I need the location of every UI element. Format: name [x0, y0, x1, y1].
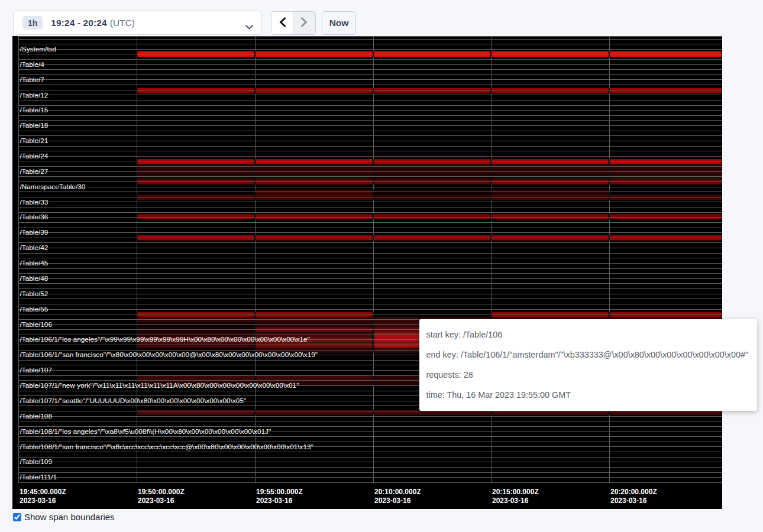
- key-visualizer-canvas[interactable]: /System/tsd/Table/4/Table/7/Table/12/Tab…: [12, 36, 722, 509]
- svg-text:/Table/48: /Table/48: [20, 274, 49, 283]
- chevron-left-icon: [279, 17, 286, 30]
- svg-text:/Table/36: /Table/36: [20, 213, 49, 221]
- show-span-boundaries-checkbox[interactable]: [13, 513, 21, 521]
- prev-timescale-button[interactable]: [271, 12, 293, 34]
- svg-text:/Table/106/1/"san francisco"/": /Table/106/1/"san francisco"/"\x80\x00\x…: [20, 351, 318, 359]
- svg-text:/Table/108/1/"san francisco"/": /Table/108/1/"san francisco"/"\x8c\xcc\x…: [20, 443, 313, 451]
- svg-text:/Table/52: /Table/52: [20, 290, 49, 298]
- svg-text:/Table/39: /Table/39: [20, 228, 49, 236]
- timescale-badge: 1h: [22, 16, 43, 30]
- svg-text:/Table/21: /Table/21: [20, 137, 49, 145]
- timescale-timezone: (UTC): [110, 18, 135, 28]
- svg-text:19:45:00.000Z: 19:45:00.000Z: [20, 488, 66, 496]
- svg-text:/Table/18: /Table/18: [20, 121, 49, 129]
- svg-text:2023-03-16: 2023-03-16: [138, 497, 174, 505]
- svg-text:/Table/27: /Table/27: [20, 167, 49, 176]
- svg-text:/Table/107/1/"new york"/"\x11\: /Table/107/1/"new york"/"\x11\x11\x11\x1…: [20, 381, 299, 390]
- toolbar: 1h 19:24 - 20:24 (UTC) Now: [0, 0, 763, 36]
- timescale-dropdown[interactable]: 1h 19:24 - 20:24 (UTC): [13, 11, 261, 35]
- svg-text:/Table/15: /Table/15: [20, 106, 49, 114]
- chevron-right-icon: [300, 17, 308, 30]
- svg-text:20:15:00.000Z: 20:15:00.000Z: [492, 488, 539, 496]
- svg-text:/Table/106: /Table/106: [20, 320, 53, 329]
- span-boundaries-row: Show span boundaries: [13, 512, 115, 522]
- svg-text:/Table/4: /Table/4: [20, 60, 45, 69]
- show-span-boundaries-label: Show span boundaries: [24, 512, 115, 522]
- svg-text:2023-03-16: 2023-03-16: [374, 497, 411, 505]
- svg-text:/Table/106/1/"los angeles"/"\x: /Table/106/1/"los angeles"/"\x99\x99\x99…: [20, 335, 310, 343]
- svg-text:/Table/107: /Table/107: [20, 366, 52, 374]
- svg-text:2023-03-16: 2023-03-16: [20, 497, 56, 505]
- svg-text:/Table/107/1/"seattle"/"UUUUUU: /Table/107/1/"seattle"/"UUUUUUD\x00\x80\…: [20, 397, 247, 405]
- svg-text:2023-03-16: 2023-03-16: [256, 497, 293, 505]
- tooltip-start-key: start key: /Table/106: [426, 325, 752, 345]
- svg-text:/Table/24: /Table/24: [20, 152, 49, 160]
- svg-text:/Table/109: /Table/109: [20, 458, 52, 466]
- svg-text:19:55:00.000Z: 19:55:00.000Z: [256, 488, 303, 496]
- svg-text:/Table/108/1/"los angeles"/"\x: /Table/108/1/"los angeles"/"\xa8\xf5\u00…: [20, 427, 271, 436]
- svg-text:19:50:00.000Z: 19:50:00.000Z: [138, 488, 185, 496]
- chevron-down-icon: [245, 21, 253, 32]
- svg-text:/Table/12: /Table/12: [20, 91, 49, 99]
- svg-text:/Table/108: /Table/108: [20, 412, 53, 420]
- svg-text:/Table/7: /Table/7: [20, 76, 44, 84]
- svg-text:20:20:00.000Z: 20:20:00.000Z: [610, 488, 657, 496]
- now-button[interactable]: Now: [322, 11, 356, 35]
- tooltip-end-key: end key: /Table/106/1/"amsterdam"/"\xb33…: [426, 345, 752, 365]
- timescale-range: 19:24 - 20:24: [51, 18, 106, 28]
- svg-text:/Table/42: /Table/42: [20, 244, 49, 252]
- svg-text:/System/tsd: /System/tsd: [20, 45, 57, 53]
- next-timescale-button[interactable]: [293, 12, 315, 34]
- hover-tooltip: start key: /Table/106 end key: /Table/10…: [419, 319, 757, 411]
- timescale-arrow-buttons: [271, 11, 316, 35]
- svg-text:/Table/55: /Table/55: [20, 305, 49, 313]
- heatmap-svg: /System/tsd/Table/4/Table/7/Table/12/Tab…: [12, 36, 722, 509]
- svg-text:20:10:00.000Z: 20:10:00.000Z: [374, 488, 421, 496]
- svg-text:/Table/111/1: /Table/111/1: [20, 473, 57, 481]
- svg-text:/Table/33: /Table/33: [20, 198, 49, 206]
- tooltip-time: time: Thu, 16 Mar 2023 19:55:00 GMT: [426, 385, 752, 405]
- tooltip-requests: requests: 28: [426, 365, 752, 385]
- svg-text:2023-03-16: 2023-03-16: [492, 497, 529, 505]
- svg-text:2023-03-16: 2023-03-16: [610, 497, 647, 505]
- svg-text:/Table/45: /Table/45: [20, 259, 49, 267]
- svg-text:/NamespaceTable/30: /NamespaceTable/30: [20, 183, 86, 191]
